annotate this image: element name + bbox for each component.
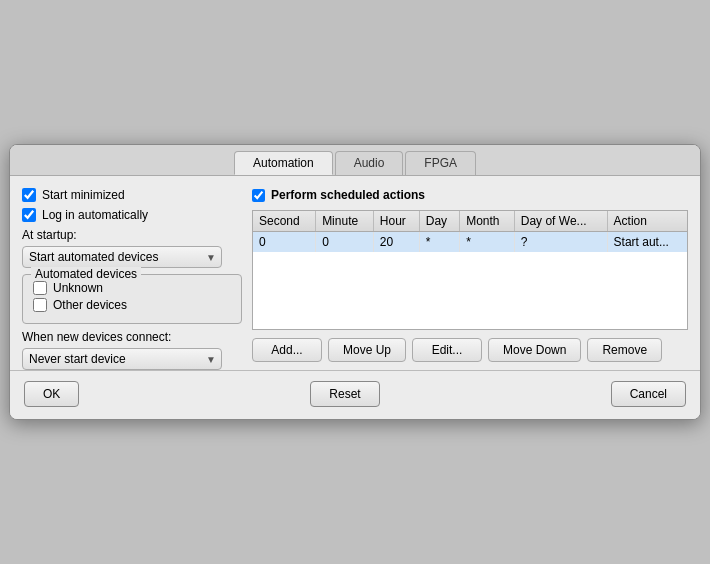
table-header-row: Second Minute Hour Day Month Day of We..… xyxy=(253,211,687,232)
start-minimized-row: Start minimized xyxy=(22,188,242,202)
cell-action: Start aut... xyxy=(607,232,687,253)
cell-month: * xyxy=(460,232,515,253)
move-up-button[interactable]: Move Up xyxy=(328,338,406,362)
cell-day-of-week: ? xyxy=(514,232,607,253)
start-minimized-checkbox[interactable] xyxy=(22,188,36,202)
col-minute: Minute xyxy=(316,211,374,232)
main-content: Start minimized Log in automatically At … xyxy=(10,176,700,370)
dialog: Automation Audio FPGA Start minimized Lo… xyxy=(9,144,701,420)
perform-scheduled-label: Perform scheduled actions xyxy=(271,188,425,202)
footer-center: Reset xyxy=(310,381,379,407)
col-action: Action xyxy=(607,211,687,232)
cell-minute: 0 xyxy=(316,232,374,253)
right-panel: Perform scheduled actions Second Minute … xyxy=(252,188,688,370)
at-startup-label: At startup: xyxy=(22,228,242,242)
other-devices-row: Other devices xyxy=(33,298,231,312)
at-startup-select-wrapper: Start automated devices Do nothing ▼ xyxy=(22,246,222,268)
col-month: Month xyxy=(460,211,515,232)
col-second: Second xyxy=(253,211,316,232)
cell-second: 0 xyxy=(253,232,316,253)
log-in-automatically-checkbox[interactable] xyxy=(22,208,36,222)
automated-devices-group-title: Automated devices xyxy=(31,267,141,281)
reset-button[interactable]: Reset xyxy=(310,381,379,407)
log-in-automatically-row: Log in automatically xyxy=(22,208,242,222)
move-down-button[interactable]: Move Down xyxy=(488,338,581,362)
footer-left: OK xyxy=(24,381,79,407)
unknown-checkbox[interactable] xyxy=(33,281,47,295)
tab-bar: Automation Audio FPGA xyxy=(10,145,700,176)
never-start-select-wrapper: Never start device Start device ▼ xyxy=(22,348,222,370)
col-hour: Hour xyxy=(373,211,419,232)
at-startup-select[interactable]: Start automated devices Do nothing xyxy=(22,246,222,268)
left-panel: Start minimized Log in automatically At … xyxy=(22,188,242,370)
schedule-table: Second Minute Hour Day Month Day of We..… xyxy=(253,211,687,252)
edit-button[interactable]: Edit... xyxy=(412,338,482,362)
when-new-label: When new devices connect: xyxy=(22,330,242,344)
add-button[interactable]: Add... xyxy=(252,338,322,362)
perform-scheduled-checkbox[interactable] xyxy=(252,189,265,202)
schedule-table-wrapper: Second Minute Hour Day Month Day of We..… xyxy=(252,210,688,330)
other-devices-label: Other devices xyxy=(53,298,127,312)
col-day-of-week: Day of We... xyxy=(514,211,607,232)
ok-button[interactable]: OK xyxy=(24,381,79,407)
perform-row: Perform scheduled actions xyxy=(252,188,688,202)
table-buttons: Add... Move Up Edit... Move Down Remove xyxy=(252,330,688,370)
cancel-button[interactable]: Cancel xyxy=(611,381,686,407)
footer-right: Cancel xyxy=(611,381,686,407)
never-start-select[interactable]: Never start device Start device xyxy=(22,348,222,370)
cell-day: * xyxy=(419,232,459,253)
automated-devices-group: Automated devices Unknown Other devices xyxy=(22,274,242,324)
start-minimized-label: Start minimized xyxy=(42,188,125,202)
tab-fpga[interactable]: FPGA xyxy=(405,151,476,175)
table-row[interactable]: 0 0 20 * * ? Start aut... xyxy=(253,232,687,253)
other-devices-checkbox[interactable] xyxy=(33,298,47,312)
unknown-label: Unknown xyxy=(53,281,103,295)
tab-audio[interactable]: Audio xyxy=(335,151,404,175)
footer: OK Reset Cancel xyxy=(10,370,700,419)
log-in-automatically-label: Log in automatically xyxy=(42,208,148,222)
col-day: Day xyxy=(419,211,459,232)
cell-hour: 20 xyxy=(373,232,419,253)
tab-automation[interactable]: Automation xyxy=(234,151,333,175)
remove-button[interactable]: Remove xyxy=(587,338,662,362)
unknown-row: Unknown xyxy=(33,281,231,295)
